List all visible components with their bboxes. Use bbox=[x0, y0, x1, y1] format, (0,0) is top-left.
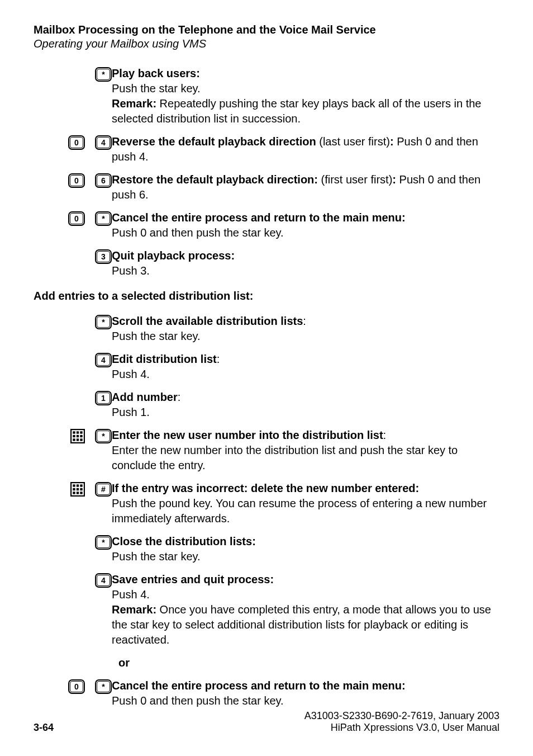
reverse-paren: (last user first) bbox=[316, 135, 390, 148]
incorrect-body: Push the pound key. You can resume the p… bbox=[112, 497, 487, 525]
edit-colon: : bbox=[217, 353, 220, 365]
row-play-back-users: * Play back users: Push the star key. Re… bbox=[34, 66, 499, 126]
svg-rect-15 bbox=[77, 488, 79, 490]
row-quit: 3 Quit playback process: Push 3. bbox=[34, 248, 499, 278]
quit-body: Push 3. bbox=[112, 264, 150, 277]
enter-colon: : bbox=[383, 429, 387, 441]
svg-rect-11 bbox=[73, 484, 75, 486]
play-users-line1: Push the star key. bbox=[112, 82, 201, 94]
row-incorrect: # If the entry was incorrect: delete the… bbox=[34, 481, 499, 526]
page-number: 3-64 bbox=[34, 722, 54, 734]
row-enter-number: * Enter the new user number into the dis… bbox=[34, 428, 499, 473]
svg-rect-1 bbox=[73, 431, 75, 433]
remark-body: Repeatedly pushing the star key plays ba… bbox=[112, 97, 482, 125]
svg-rect-12 bbox=[77, 484, 79, 486]
one-key-icon: 1 bbox=[95, 391, 112, 405]
cancel-add-title: Cancel the entire process and return to … bbox=[112, 679, 406, 692]
svg-rect-14 bbox=[73, 488, 75, 490]
keypad-icon bbox=[70, 429, 85, 443]
cancel-body: Push 0 and then push the star key. bbox=[112, 226, 284, 239]
six-key-icon: 6 bbox=[95, 173, 112, 188]
page: Mailbox Processing on the Telephone and … bbox=[0, 0, 533, 756]
restore-paren: (first user first) bbox=[318, 173, 392, 186]
zero-key-icon: 0 bbox=[68, 679, 85, 694]
addnum-colon: : bbox=[178, 391, 181, 403]
star-key-icon: * bbox=[95, 67, 112, 82]
svg-rect-5 bbox=[77, 435, 79, 437]
row-close: * Close the distribution lists: Push the… bbox=[34, 534, 499, 564]
save-remark-label: Remark: bbox=[112, 603, 156, 616]
page-footer: 3-64 A31003-S2330-B690-2-7619, January 2… bbox=[34, 710, 499, 734]
row-cancel-playback: 0 * Cancel the entire process and return… bbox=[34, 210, 499, 240]
star-key-icon: * bbox=[95, 211, 112, 226]
star-key-icon: * bbox=[95, 679, 112, 694]
svg-rect-9 bbox=[80, 438, 82, 441]
row-scroll: * Scroll the available distribution list… bbox=[34, 314, 499, 344]
close-body: Push the star key. bbox=[112, 550, 201, 563]
edit-title: Edit distribution list bbox=[112, 353, 217, 365]
reverse-colon: : bbox=[390, 135, 394, 148]
four-key-icon: 4 bbox=[95, 573, 112, 588]
restore-colon: : bbox=[392, 173, 396, 186]
svg-rect-18 bbox=[77, 492, 79, 494]
save-body1: Push 4. bbox=[112, 588, 150, 601]
edit-body: Push 4. bbox=[112, 368, 150, 380]
cancel-add-body: Push 0 and then push the star key. bbox=[112, 694, 284, 707]
save-remark-body: Once you have completed this entry, a mo… bbox=[112, 603, 491, 646]
zero-key-icon: 0 bbox=[68, 211, 85, 226]
doc-id: A31003-S2330-B690-2-7619, January 2003 bbox=[304, 710, 499, 722]
star-key-icon: * bbox=[95, 429, 112, 443]
header-subtitle: Operating your Mailbox using VMS bbox=[34, 37, 499, 50]
reverse-title: Reverse the default playback direction bbox=[112, 135, 316, 148]
star-key-icon: * bbox=[95, 315, 112, 329]
three-key-icon: 3 bbox=[95, 249, 112, 264]
row-or: or bbox=[34, 655, 499, 670]
svg-rect-8 bbox=[77, 438, 79, 441]
svg-rect-2 bbox=[77, 431, 79, 433]
or-label: or bbox=[118, 656, 130, 669]
svg-rect-13 bbox=[80, 484, 82, 486]
zero-key-icon: 0 bbox=[68, 135, 85, 150]
keypad-icon bbox=[70, 482, 85, 497]
play-users-title: Play back users: bbox=[112, 67, 200, 79]
doc-manual: HiPath Xpressions V3.0, User Manual bbox=[304, 722, 499, 734]
svg-rect-4 bbox=[73, 435, 75, 437]
enter-body: Enter the new number into the distributi… bbox=[112, 444, 458, 471]
four-key-icon: 4 bbox=[95, 353, 112, 367]
restore-title: Restore the default playback direction: bbox=[112, 173, 318, 186]
remark-label: Remark: bbox=[112, 97, 156, 110]
enter-title: Enter the new user number into the distr… bbox=[112, 429, 383, 441]
scroll-body: Push the star key. bbox=[112, 330, 201, 342]
row-reverse: 0 4 Reverse the default playback directi… bbox=[34, 134, 499, 164]
svg-rect-17 bbox=[73, 492, 75, 494]
save-title: Save entries and quit process: bbox=[112, 573, 274, 585]
row-cancel-add: 0 * Cancel the entire process and return… bbox=[34, 678, 499, 708]
row-save: 4 Save entries and quit process: Push 4.… bbox=[34, 572, 499, 648]
row-add-number: 1 Add number: Push 1. bbox=[34, 390, 499, 420]
row-edit: 4 Edit distribution list: Push 4. bbox=[34, 352, 499, 382]
section-add-title: Add entries to a selected distribution l… bbox=[34, 290, 499, 303]
incorrect-title: If the entry was incorrect: delete the n… bbox=[112, 482, 419, 494]
four-key-icon: 4 bbox=[95, 135, 112, 150]
svg-rect-19 bbox=[80, 492, 82, 494]
svg-rect-3 bbox=[80, 431, 82, 433]
svg-rect-16 bbox=[80, 488, 82, 490]
svg-rect-6 bbox=[80, 435, 82, 437]
header-title: Mailbox Processing on the Telephone and … bbox=[34, 23, 499, 36]
addnum-title: Add number bbox=[112, 391, 178, 403]
cancel-title: Cancel the entire process and return to … bbox=[112, 211, 406, 224]
zero-key-icon: 0 bbox=[68, 173, 85, 188]
svg-rect-7 bbox=[73, 438, 75, 441]
star-key-icon: * bbox=[95, 535, 112, 550]
scroll-colon: : bbox=[303, 315, 306, 327]
addnum-body: Push 1. bbox=[112, 406, 150, 418]
scroll-title: Scroll the available distribution lists bbox=[112, 315, 303, 327]
pound-key-icon: # bbox=[95, 482, 112, 497]
quit-title: Quit playback process: bbox=[112, 249, 235, 262]
close-title: Close the distribution lists: bbox=[112, 535, 256, 547]
row-restore: 0 6 Restore the default playback directi… bbox=[34, 172, 499, 202]
